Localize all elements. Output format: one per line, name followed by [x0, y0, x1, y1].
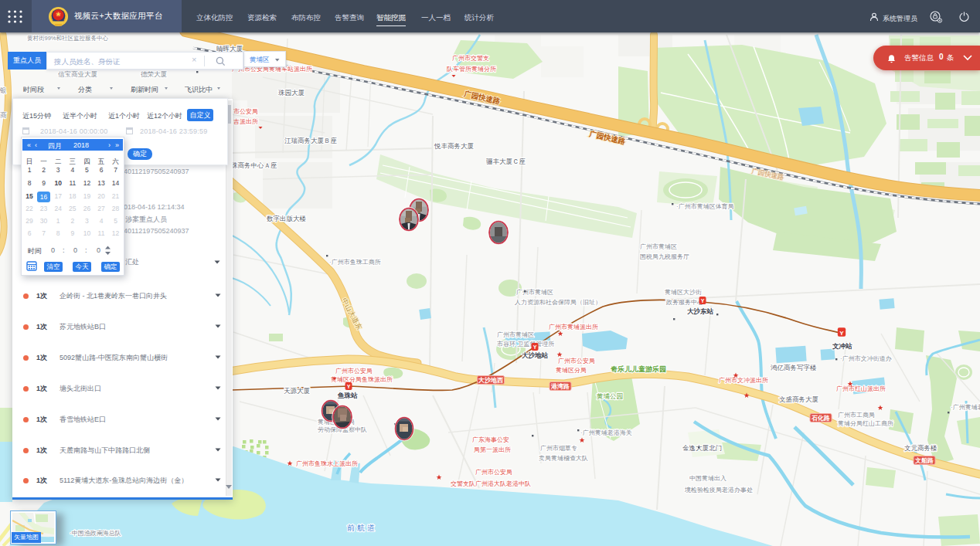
- svg-text:广州市黄埔区: 广州市黄埔区: [640, 243, 677, 250]
- svg-text:中国黄埔出入: 中国黄埔出入: [689, 475, 726, 482]
- svg-text:悦丰商务大厦: 悦丰商务大厦: [434, 142, 475, 150]
- svg-text:吉派出所: 吉派出所: [233, 118, 258, 125]
- svg-text:前航道: 前航道: [347, 524, 377, 532]
- svg-text:数字出版大楼: 数字出版大楼: [267, 215, 307, 222]
- svg-text:文元商务楼: 文元商务楼: [904, 444, 937, 452]
- svg-text:黄村街99%和社区监控服务中心: 黄村街99%和社区监控服务中心: [27, 35, 109, 42]
- svg-text:广州市公安局: 广州市公安局: [558, 358, 595, 365]
- svg-text:Y: Y: [533, 344, 537, 350]
- svg-text:大沙东站: 大沙东站: [687, 307, 714, 315]
- svg-text:黄埔公园: 黄埔公园: [596, 392, 623, 400]
- svg-text:骊丰大厦Ｃ座: 骊丰大厦Ｃ座: [486, 158, 526, 165]
- svg-text:·广州市文冲街道办: ·广州市文冲街道办: [840, 355, 892, 362]
- svg-text:黄埔区分局: 黄埔区分局: [556, 367, 587, 374]
- svg-text:卖局黄埔稽查大队: 卖局黄埔稽查大队: [539, 455, 588, 462]
- svg-text:境检验检疫局老港办事处: 境检验检疫局老港办事处: [684, 487, 753, 493]
- svg-text:Y: Y: [701, 298, 705, 304]
- svg-text:文盛商务大厦: 文盛商务大厦: [779, 395, 819, 403]
- svg-text:鸿亿商务写字楼: 鸿亿商务写字楼: [771, 364, 817, 371]
- svg-text:文冲站: 文冲站: [832, 342, 852, 350]
- svg-text:港湾路: 港湾路: [550, 382, 570, 390]
- svg-text:广州市文冲派出所: 广州市文冲派出所: [719, 377, 768, 384]
- svg-text:广州市公安局: 广州市公安局: [335, 368, 373, 375]
- svg-text:黄埔分局红山工商所: 黄埔分局红山工商所: [838, 420, 893, 427]
- svg-text:广州市交警支: 广州市交警支: [452, 55, 489, 62]
- svg-text:黄埔区分局鱼珠派出所: 黄埔区分局鱼珠派出所: [331, 376, 393, 383]
- svg-text:·广州黄埔老港海关: ·广州黄埔老港海关: [580, 429, 632, 436]
- svg-text:国税局九税服务厅: 国税局九税服务厅: [640, 253, 689, 260]
- svg-text:广州市公安局: 广州市公安局: [475, 469, 512, 476]
- svg-text:广州市黄埔区: 广州市黄埔区: [497, 331, 534, 338]
- svg-text:广州市黄埔区: 广州市黄埔区: [516, 289, 553, 296]
- svg-text:江瑞商务大厦Ｂ座: 江瑞商务大厦Ｂ座: [284, 137, 338, 144]
- svg-text:人力资源和社会保障局（旧址）: 人力资源和社会保障局（旧址）: [514, 299, 601, 306]
- svg-text:局第一派出所: 局第一派出所: [474, 446, 511, 453]
- svg-text:·广州黄埔老: ·广州黄埔老: [951, 404, 980, 411]
- svg-text:大沙地西: 大沙地西: [478, 377, 503, 384]
- svg-text:金逸大厦北门: 金逸大厦北门: [682, 444, 722, 452]
- svg-text:大沙地站: 大沙地站: [522, 351, 549, 359]
- svg-text:天源大厦: 天源大厦: [284, 387, 311, 395]
- svg-text:Y: Y: [839, 330, 844, 337]
- svg-text:·中国渔政南海总队: ·中国渔政南海总队: [70, 530, 121, 537]
- svg-text:市公安局: 市公安局: [233, 108, 258, 115]
- svg-text:珠园大厦: 珠园大厦: [278, 89, 305, 97]
- svg-text:广州市鱼珠水上派出所: 广州市鱼珠水上派出所: [296, 460, 358, 467]
- svg-text:·广州市鱼珠工商所: ·广州市鱼珠工商所: [329, 259, 381, 266]
- svg-text:文船路: 文船路: [914, 457, 934, 464]
- svg-text:队车管所黄埔分所: 队车管所黄埔分所: [447, 66, 496, 73]
- svg-text:珠商务中心Ａ座: 珠商务中心Ａ座: [231, 161, 277, 169]
- svg-text:政务服务中心: 政务服务中心: [665, 299, 703, 306]
- svg-text:广州市红山派出所: 广州市红山派出所: [836, 385, 886, 392]
- svg-text:广东海事公安: 广东海事公安: [472, 436, 509, 443]
- svg-text:广州市烟草专: 广州市烟草专: [540, 445, 577, 452]
- svg-text:德荣大厦: 德荣大厦: [141, 70, 168, 78]
- svg-text:鱼珠站: 鱼珠站: [337, 392, 358, 399]
- svg-text:商: 商: [0, 111, 7, 119]
- svg-text:市容环 卫监督管理所: 市容环 卫监督管理所: [497, 341, 554, 348]
- svg-text:石化路: 石化路: [811, 415, 830, 422]
- svg-text:广州市黄埔派出所: 广州市黄埔派出所: [549, 324, 598, 331]
- svg-text:奇乐儿儿童游乐园: 奇乐儿儿童游乐园: [611, 365, 666, 373]
- svg-text:广州市工商局: 广州市工商局: [838, 412, 875, 419]
- svg-text:黄埔区大沙街: 黄埔区大沙街: [665, 289, 702, 296]
- svg-text:·广州市黄埔区体育局: ·广州市黄埔区体育局: [676, 203, 734, 210]
- svg-text:银: 银: [0, 86, 7, 94]
- svg-text:Y: Y: [347, 384, 351, 389]
- svg-text:信宝商业大厦: 信宝商业大厦: [57, 70, 98, 78]
- svg-text:交警支队广州港大队老港中队: 交警支队广州港大队老港中队: [451, 480, 531, 487]
